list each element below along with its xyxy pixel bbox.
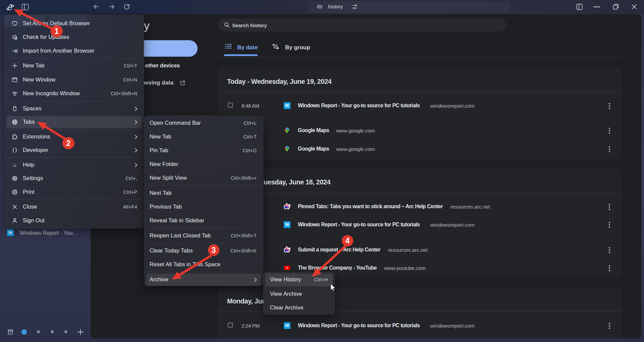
- svg-text:3: 3: [212, 246, 216, 254]
- svg-text:4: 4: [345, 236, 350, 245]
- svg-text:2: 2: [66, 139, 71, 148]
- svg-text:1: 1: [55, 27, 59, 36]
